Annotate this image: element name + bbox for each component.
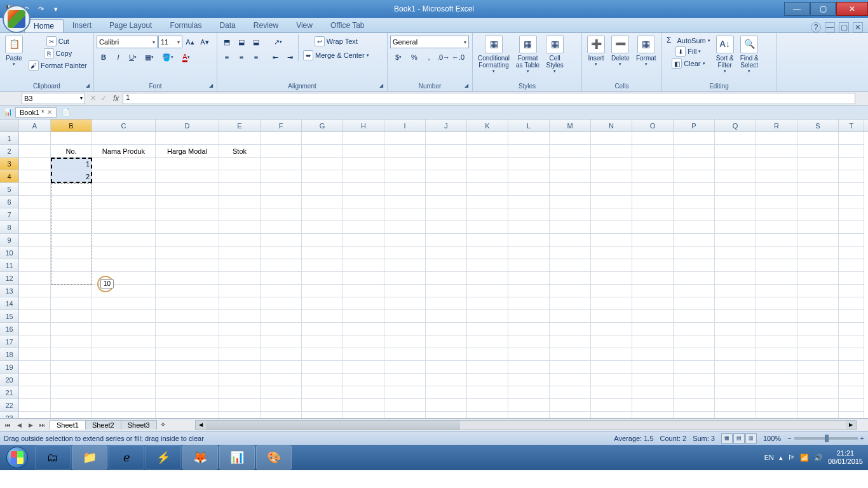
cell[interactable] bbox=[674, 234, 715, 247]
cell[interactable] bbox=[384, 132, 426, 145]
cell[interactable] bbox=[839, 348, 864, 361]
cell[interactable] bbox=[156, 259, 219, 272]
cell[interactable] bbox=[302, 132, 343, 145]
cell[interactable] bbox=[797, 247, 839, 259]
cell[interactable] bbox=[219, 234, 261, 247]
insert-cells-button[interactable]: ➕Insert▾ bbox=[585, 34, 607, 68]
cell[interactable] bbox=[467, 297, 508, 310]
cell[interactable] bbox=[302, 323, 343, 336]
scroll-thumb[interactable] bbox=[206, 421, 460, 430]
cell[interactable] bbox=[632, 272, 674, 285]
cell[interactable] bbox=[674, 145, 715, 158]
cell[interactable] bbox=[591, 412, 632, 418]
cell[interactable]: Nama Produk bbox=[92, 145, 156, 158]
format-cells-button[interactable]: ▦Format▾ bbox=[634, 34, 659, 68]
cell[interactable] bbox=[715, 348, 756, 361]
cell[interactable] bbox=[19, 183, 51, 196]
cell[interactable] bbox=[261, 221, 302, 234]
find-select-button[interactable]: 🔍Find & Select▾ bbox=[738, 34, 761, 75]
cell[interactable] bbox=[550, 336, 591, 348]
cell[interactable] bbox=[219, 247, 261, 259]
cell[interactable] bbox=[467, 412, 508, 418]
cell[interactable] bbox=[839, 208, 864, 221]
cell[interactable] bbox=[92, 348, 156, 361]
cell[interactable] bbox=[550, 259, 591, 272]
cell[interactable] bbox=[384, 297, 426, 310]
cell[interactable] bbox=[756, 374, 797, 386]
cell[interactable] bbox=[426, 158, 467, 170]
zoom-in-button[interactable]: + bbox=[860, 435, 864, 442]
cell[interactable] bbox=[797, 348, 839, 361]
sheet-nav-last-icon[interactable]: ⏭ bbox=[37, 422, 47, 428]
enter-formula-icon[interactable]: ✓ bbox=[98, 94, 109, 102]
cell[interactable] bbox=[302, 297, 343, 310]
cell[interactable] bbox=[219, 412, 261, 418]
cell[interactable] bbox=[261, 412, 302, 418]
cell[interactable] bbox=[674, 170, 715, 183]
cell[interactable] bbox=[467, 183, 508, 196]
cell[interactable] bbox=[343, 221, 384, 234]
ribbon-tab-insert[interactable]: Insert bbox=[64, 19, 100, 32]
cell[interactable] bbox=[550, 170, 591, 183]
cell[interactable] bbox=[756, 259, 797, 272]
row-header[interactable]: 19 bbox=[0, 361, 19, 374]
cell[interactable] bbox=[508, 374, 550, 386]
cell[interactable] bbox=[632, 399, 674, 412]
cell[interactable] bbox=[550, 285, 591, 297]
orientation-button[interactable]: ↗▾ bbox=[268, 36, 287, 48]
cell[interactable] bbox=[384, 221, 426, 234]
cell[interactable] bbox=[550, 323, 591, 336]
cell[interactable] bbox=[156, 183, 219, 196]
cell[interactable] bbox=[467, 247, 508, 259]
cell[interactable] bbox=[219, 399, 261, 412]
cell[interactable] bbox=[261, 247, 302, 259]
maximize-button[interactable]: ▢ bbox=[810, 2, 836, 16]
cell[interactable] bbox=[219, 336, 261, 348]
cell[interactable] bbox=[839, 323, 864, 336]
cell[interactable] bbox=[51, 386, 92, 399]
column-header[interactable]: O bbox=[632, 119, 674, 132]
dialog-launcher-icon[interactable]: ◢ bbox=[86, 83, 90, 88]
cell[interactable] bbox=[674, 348, 715, 361]
cell[interactable] bbox=[343, 374, 384, 386]
cell[interactable] bbox=[219, 310, 261, 323]
italic-button[interactable]: I bbox=[111, 51, 125, 64]
cell[interactable] bbox=[343, 196, 384, 208]
cell[interactable] bbox=[343, 386, 384, 399]
column-header[interactable]: P bbox=[674, 119, 715, 132]
cell[interactable] bbox=[839, 158, 864, 170]
cell[interactable] bbox=[839, 247, 864, 259]
row-header[interactable]: 2 bbox=[0, 145, 19, 158]
cell[interactable] bbox=[715, 196, 756, 208]
cell[interactable] bbox=[756, 247, 797, 259]
cell[interactable] bbox=[467, 158, 508, 170]
cell[interactable] bbox=[591, 145, 632, 158]
taskbar-explorer-icon[interactable]: 📁 bbox=[72, 445, 107, 470]
cell[interactable] bbox=[632, 158, 674, 170]
cell[interactable] bbox=[508, 259, 550, 272]
cell[interactable] bbox=[674, 247, 715, 259]
cell[interactable] bbox=[508, 196, 550, 208]
cell[interactable] bbox=[261, 374, 302, 386]
ribbon-tab-page-layout[interactable]: Page Layout bbox=[100, 19, 161, 32]
cell[interactable] bbox=[591, 386, 632, 399]
cell[interactable] bbox=[51, 336, 92, 348]
cell[interactable] bbox=[797, 336, 839, 348]
cell[interactable] bbox=[591, 310, 632, 323]
cell[interactable] bbox=[343, 145, 384, 158]
cell[interactable] bbox=[467, 196, 508, 208]
cell[interactable] bbox=[508, 183, 550, 196]
cell[interactable] bbox=[92, 183, 156, 196]
cell[interactable] bbox=[591, 399, 632, 412]
column-header[interactable]: R bbox=[756, 119, 797, 132]
zoom-out-button[interactable]: − bbox=[787, 435, 791, 442]
ribbon-restore-icon[interactable]: ▢ bbox=[839, 22, 849, 32]
cell[interactable] bbox=[756, 386, 797, 399]
cell[interactable] bbox=[715, 412, 756, 418]
cell[interactable] bbox=[674, 132, 715, 145]
ribbon-tab-office-tab[interactable]: Office Tab bbox=[322, 19, 374, 32]
cell[interactable] bbox=[384, 323, 426, 336]
cell[interactable] bbox=[156, 272, 219, 285]
cell[interactable] bbox=[156, 310, 219, 323]
cell[interactable] bbox=[219, 132, 261, 145]
